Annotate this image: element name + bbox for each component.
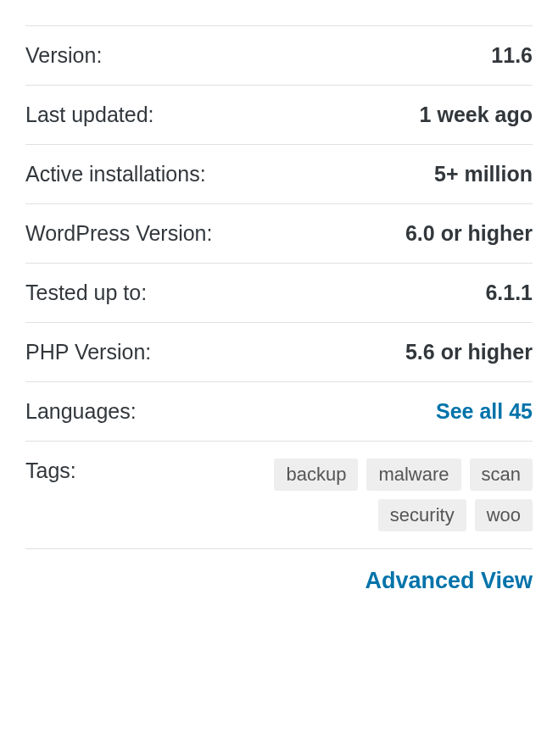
tags-container: backup malware scan security woo xyxy=(210,459,533,531)
meta-value-wp-version: 6.0 or higher xyxy=(405,221,533,246)
meta-value-active-installations: 5+ million xyxy=(434,162,533,186)
meta-label-last-updated: Last updated: xyxy=(25,103,154,127)
meta-value-php-version: 5.6 or higher xyxy=(405,340,533,364)
meta-label-php-version: PHP Version: xyxy=(25,340,151,364)
meta-row-version: Version: 11.6 xyxy=(25,25,533,85)
meta-row-active-installations: Active installations: 5+ million xyxy=(25,144,533,203)
meta-label-version: Version: xyxy=(25,43,102,68)
meta-row-tested-up-to: Tested up to: 6.1.1 xyxy=(25,263,533,322)
meta-value-last-updated: 1 week ago xyxy=(420,103,533,127)
tag-scan[interactable]: scan xyxy=(470,459,533,491)
advanced-view-row: Advanced View xyxy=(25,549,533,594)
meta-value-tested-up-to: 6.1.1 xyxy=(485,281,533,305)
tag-backup[interactable]: backup xyxy=(274,459,358,491)
tag-security[interactable]: security xyxy=(378,499,466,531)
meta-label-languages: Languages: xyxy=(25,399,137,424)
plugin-meta-list: Version: 11.6 Last updated: 1 week ago A… xyxy=(25,25,533,549)
advanced-view-link[interactable]: Advanced View xyxy=(365,568,533,593)
meta-row-php-version: PHP Version: 5.6 or higher xyxy=(25,322,533,381)
meta-label-active-installations: Active installations: xyxy=(25,162,206,186)
meta-label-tags: Tags: xyxy=(25,459,76,483)
meta-row-last-updated: Last updated: 1 week ago xyxy=(25,85,533,144)
tag-woo[interactable]: woo xyxy=(475,499,533,531)
meta-row-languages: Languages: See all 45 xyxy=(25,381,533,441)
tag-malware[interactable]: malware xyxy=(366,459,460,491)
languages-see-all-link[interactable]: See all 45 xyxy=(436,399,533,424)
meta-label-wp-version: WordPress Version: xyxy=(25,221,212,246)
meta-label-tested-up-to: Tested up to: xyxy=(25,281,147,305)
meta-row-tags: Tags: backup malware scan security woo xyxy=(25,441,533,549)
meta-value-version: 11.6 xyxy=(491,43,533,68)
meta-row-wp-version: WordPress Version: 6.0 or higher xyxy=(25,203,533,263)
